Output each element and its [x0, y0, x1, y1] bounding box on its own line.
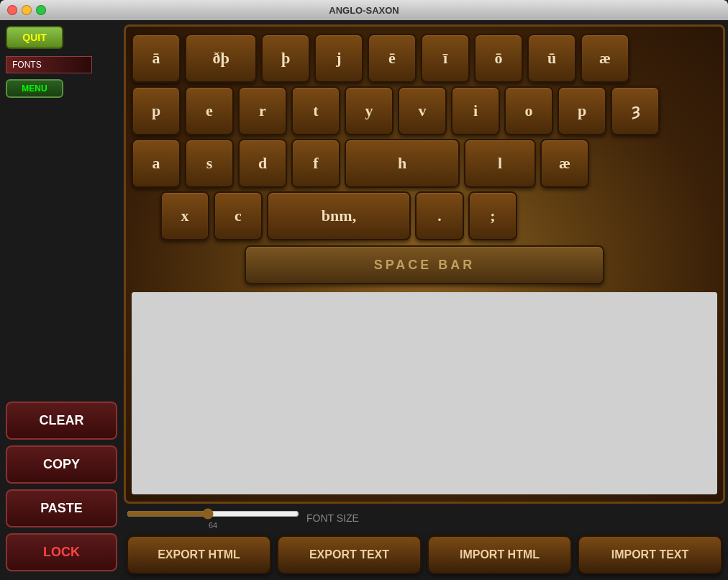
key-e-macron[interactable]: ē — [368, 34, 417, 83]
key-y[interactable]: y — [345, 86, 393, 135]
lock-button[interactable]: LOCK — [6, 533, 117, 571]
export-text-button[interactable]: EXPORT TEXT — [277, 535, 422, 574]
key-v[interactable]: v — [398, 86, 447, 135]
key-c[interactable]: c — [214, 191, 263, 240]
key-o[interactable]: o — [504, 86, 553, 135]
window-controls — [7, 5, 46, 15]
key-a-macron[interactable]: ā — [132, 34, 181, 83]
key-semicolon[interactable]: ; — [468, 191, 517, 240]
key-h[interactable]: h — [345, 139, 460, 188]
font-size-row: 64 FONT SIZE — [121, 507, 728, 530]
main-area: ā ðþ þ j ē ī ō ū æ p e r — [121, 20, 728, 580]
key-x[interactable]: x — [160, 191, 209, 240]
app-title: ANGLO-SAXON — [329, 5, 399, 16]
import-html-button[interactable]: IMPORT HTML — [427, 535, 572, 574]
spacebar-row: SPACE BAR — [132, 244, 717, 286]
copy-button[interactable]: COPY — [6, 445, 117, 484]
key-t[interactable]: t — [291, 86, 340, 135]
key-j[interactable]: j — [314, 34, 363, 83]
text-display-area — [132, 292, 717, 494]
close-button[interactable] — [7, 5, 17, 15]
key-l[interactable]: l — [464, 139, 536, 188]
key-d[interactable]: d — [238, 139, 287, 188]
key-period[interactable]: . — [415, 191, 464, 240]
key-row-1: ā ðþ þ j ē ī ō ū æ — [132, 34, 717, 83]
key-row-2: p e r t y v i o p ȝ — [132, 86, 717, 135]
keyboard: ā ðþ þ j ē ī ō ū æ p e r — [124, 24, 725, 504]
bottom-buttons: EXPORT HTML EXPORT TEXT IMPORT HTML IMPO… — [121, 535, 728, 580]
keyboard-text-area: ā ðþ þ j ē ī ō ū æ p e r — [121, 20, 728, 507]
key-e[interactable]: e — [185, 86, 234, 135]
key-a[interactable]: a — [132, 139, 181, 188]
key-i-macron[interactable]: ī — [421, 34, 470, 83]
paste-button[interactable]: PASTE — [6, 489, 117, 527]
minimize-button[interactable] — [22, 5, 32, 15]
key-row-3: a s d f h l æ — [132, 139, 717, 188]
key-i[interactable]: i — [451, 86, 500, 135]
title-bar: ANGLO-SAXON — [0, 0, 728, 20]
font-size-label: FONT SIZE — [306, 512, 359, 524]
font-size-slider[interactable] — [127, 507, 299, 521]
key-thorn[interactable]: þ — [261, 34, 310, 83]
font-size-value: 64 — [209, 521, 217, 530]
maximize-button[interactable] — [36, 5, 46, 15]
export-html-button[interactable]: EXPORT HTML — [127, 535, 271, 574]
left-sidebar: QUIT MENU CLEAR COPY PASTE LOCK — [0, 20, 121, 580]
content-wrapper: QUIT MENU CLEAR COPY PASTE LOCK ā ðþ þ — [0, 20, 728, 580]
menu-button[interactable]: MENU — [6, 79, 63, 98]
key-p1[interactable]: p — [132, 86, 181, 135]
quit-button[interactable]: QUIT — [6, 26, 63, 49]
spacebar[interactable]: SPACE BAR — [245, 245, 604, 284]
key-eth-thorn[interactable]: ðþ — [185, 34, 257, 83]
app-window: ANGLO-SAXON QUIT MENU CLEAR COPY PASTE L… — [0, 0, 728, 580]
key-ae-row1[interactable]: æ — [581, 34, 629, 83]
key-o-macron[interactable]: ō — [474, 34, 523, 83]
key-ae-row3[interactable]: æ — [540, 139, 589, 188]
key-s[interactable]: s — [185, 139, 234, 188]
fonts-input[interactable] — [6, 56, 92, 73]
key-row-4: x c bnm, . ; — [132, 191, 717, 240]
text-output[interactable] — [132, 292, 717, 494]
key-bnm[interactable]: bnm, — [267, 191, 411, 240]
key-u-macron[interactable]: ū — [527, 34, 576, 83]
import-text-button[interactable]: IMPORT TEXT — [578, 535, 722, 574]
font-size-control: 64 — [127, 507, 299, 530]
key-p2[interactable]: p — [558, 86, 606, 135]
clear-button[interactable]: CLEAR — [6, 402, 117, 440]
key-f[interactable]: f — [291, 139, 340, 188]
key-yogh[interactable]: ȝ — [611, 86, 660, 135]
key-r[interactable]: r — [238, 86, 287, 135]
